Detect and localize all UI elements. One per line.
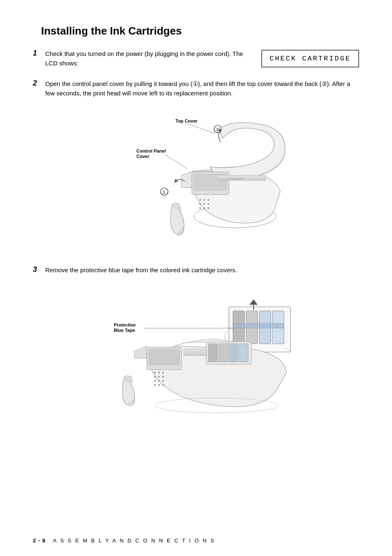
step-1-row: Check that you turned on the power (by p… bbox=[45, 49, 359, 68]
step-2: 2 Open the control panel cover by pullin… bbox=[33, 79, 359, 255]
page: Installing the Ink Cartridges 1 Check th… bbox=[0, 0, 392, 556]
svg-rect-52 bbox=[219, 344, 228, 362]
svg-point-38 bbox=[162, 372, 164, 373]
svg-text:Blue Tape: Blue Tape bbox=[114, 328, 135, 333]
svg-point-45 bbox=[154, 384, 156, 386]
svg-point-43 bbox=[158, 380, 160, 382]
lcd-display: CHECK CARTRIDGE bbox=[261, 50, 359, 67]
svg-rect-22 bbox=[217, 179, 266, 181]
diagram-2-container: Protective Blue Tape bbox=[45, 282, 359, 419]
svg-rect-21 bbox=[217, 175, 266, 178]
svg-text:Top Cover: Top Cover bbox=[175, 118, 198, 123]
footer: 2 - 9 A S S E M B L Y A N D C O N N E C … bbox=[0, 537, 392, 544]
diagram-2-svg: Protective Blue Tape bbox=[101, 282, 303, 418]
svg-point-46 bbox=[158, 384, 160, 386]
svg-rect-35 bbox=[149, 349, 180, 365]
svg-point-18 bbox=[199, 207, 201, 209]
step-3-text: Remove the protective blue tape from the… bbox=[45, 265, 359, 275]
svg-rect-51 bbox=[208, 344, 217, 362]
svg-point-44 bbox=[162, 380, 164, 382]
footer-chapter: A S S E M B L Y A N D C O N N E C T I O … bbox=[53, 537, 215, 544]
diagram-1-container: Top Cover Control Panel Cover 2 1 bbox=[45, 105, 359, 246]
svg-text:2: 2 bbox=[216, 127, 219, 132]
svg-rect-54 bbox=[239, 344, 248, 362]
page-title: Installing the Ink Cartridges bbox=[41, 25, 359, 37]
svg-point-42 bbox=[154, 380, 156, 382]
svg-rect-53 bbox=[229, 344, 238, 362]
step-1-text: Check that you turned on the power (by p… bbox=[45, 49, 249, 68]
svg-text:Control Panel: Control Panel bbox=[136, 148, 166, 153]
step-2-content: Open the control panel cover by pulling … bbox=[45, 79, 359, 251]
svg-point-13 bbox=[203, 199, 205, 201]
svg-point-47 bbox=[162, 384, 164, 386]
svg-point-37 bbox=[158, 372, 160, 373]
step-3: 3 Remove the protective blue tape from t… bbox=[33, 265, 359, 423]
svg-point-17 bbox=[208, 203, 209, 205]
svg-text:Cover: Cover bbox=[136, 154, 150, 159]
svg-marker-32 bbox=[249, 299, 258, 305]
footer-page: 2 - 9 bbox=[33, 537, 46, 544]
svg-text:Protective: Protective bbox=[114, 322, 136, 327]
svg-line-4 bbox=[165, 155, 188, 169]
svg-point-16 bbox=[203, 203, 205, 205]
diagram-1-svg: Top Cover Control Panel Cover 2 1 bbox=[112, 105, 293, 245]
svg-point-12 bbox=[199, 199, 201, 201]
svg-point-36 bbox=[154, 372, 156, 373]
svg-point-14 bbox=[208, 199, 209, 201]
step-2-text: Open the control panel cover by pulling … bbox=[45, 79, 359, 98]
svg-point-40 bbox=[158, 376, 160, 378]
diagram-1: Top Cover Control Panel Cover 2 1 bbox=[112, 105, 293, 246]
svg-point-15 bbox=[199, 203, 201, 205]
svg-point-19 bbox=[203, 207, 205, 209]
step-1: 1 Check that you turned on the power (by… bbox=[33, 49, 359, 68]
step-2-number: 2 bbox=[33, 79, 45, 88]
svg-rect-33 bbox=[233, 323, 284, 328]
step-3-number: 3 bbox=[33, 265, 45, 274]
step-1-content: Check that you turned on the power (by p… bbox=[45, 49, 359, 68]
svg-point-20 bbox=[208, 207, 209, 209]
step-3-content: Remove the protective blue tape from the… bbox=[45, 265, 359, 423]
svg-point-39 bbox=[154, 376, 156, 378]
step-1-number: 1 bbox=[33, 49, 45, 58]
svg-point-41 bbox=[162, 376, 164, 378]
svg-line-1 bbox=[188, 124, 214, 133]
svg-text:1: 1 bbox=[163, 190, 165, 195]
diagram-2: Protective Blue Tape bbox=[101, 282, 303, 419]
